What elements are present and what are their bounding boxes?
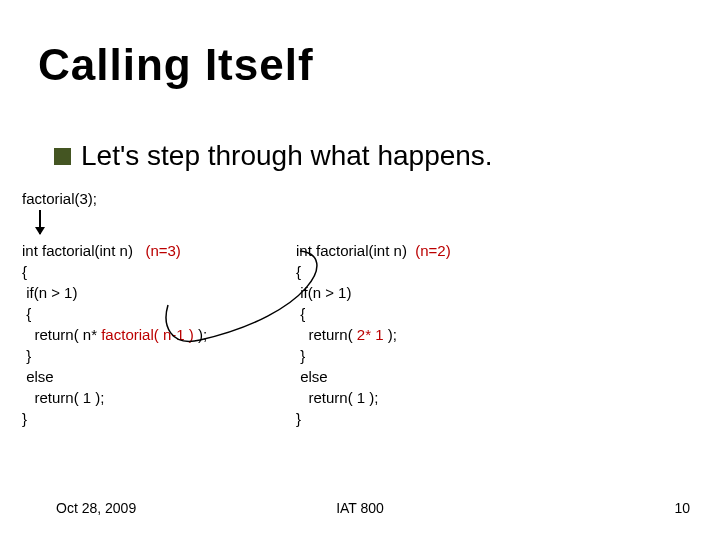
code-line: ); (384, 326, 397, 343)
code-line: { (296, 263, 301, 280)
bullet-row: Let's step through what happens. (54, 140, 493, 172)
annotation-n2: (n=2) (415, 242, 450, 259)
code-block-left: int factorial(int n) (n=3) { if(n > 1) {… (22, 240, 207, 429)
bullet-text: Let's step through what happens. (81, 140, 493, 172)
code-line: } (22, 410, 27, 427)
footer-date: Oct 28, 2009 (56, 500, 136, 516)
call-expression: factorial(3); (22, 190, 97, 207)
code-line: if(n > 1) (296, 284, 351, 301)
code-line: } (296, 410, 301, 427)
code-line: return( n* (22, 326, 101, 343)
code-line: else (22, 368, 54, 385)
code-line: { (22, 263, 27, 280)
code-line: else (296, 368, 328, 385)
code-line: ); (194, 326, 207, 343)
arrow-down-icon (39, 210, 41, 234)
annotation-n3: (n=3) (145, 242, 180, 259)
substituted-values: 2* 1 (357, 326, 384, 343)
code-line: if(n > 1) (22, 284, 77, 301)
footer-course: IAT 800 (336, 500, 384, 516)
code-line: } (296, 347, 305, 364)
sig-pre: int factorial(int n) (22, 242, 145, 259)
code-line: { (22, 305, 31, 322)
bullet-square-icon (54, 148, 71, 165)
sig-pre: int factorial(int n) (296, 242, 415, 259)
code-line: return( 1 ); (22, 389, 105, 406)
code-block-right: int factorial(int n) (n=2) { if(n > 1) {… (296, 240, 451, 429)
code-line: { (296, 305, 305, 322)
footer-page-number: 10 (674, 500, 690, 516)
recursive-call: factorial( n-1 ) (101, 326, 194, 343)
code-line: } (22, 347, 31, 364)
code-line: return( (296, 326, 357, 343)
slide-title: Calling Itself (38, 40, 314, 90)
code-line: return( 1 ); (296, 389, 379, 406)
